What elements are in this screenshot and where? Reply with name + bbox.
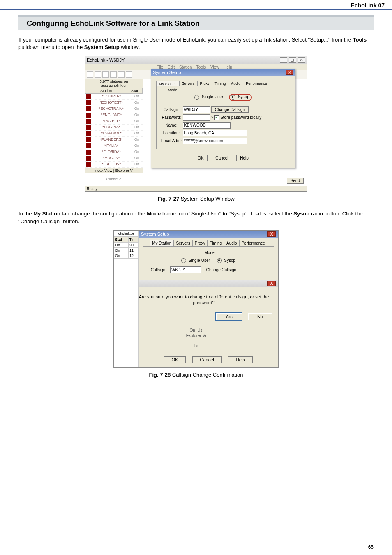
single-user-radio[interactable]: [194, 95, 199, 100]
tab-my-station[interactable]: My Station: [156, 81, 180, 86]
close-button[interactable]: X: [267, 231, 276, 237]
password-reveal[interactable]: ?: [211, 115, 214, 120]
send-button[interactable]: Send: [287, 178, 304, 184]
tab-proxy[interactable]: Proxy: [197, 81, 212, 86]
station-callsign: *ECHIRLP*: [92, 94, 131, 99]
tab-servers[interactable]: Servers: [179, 81, 198, 86]
list-item[interactable]: *ECHOTRAIN*On: [85, 106, 143, 112]
list-item[interactable]: *ENGLAND*On: [85, 112, 143, 118]
p1-a: If your computer is already configured f…: [18, 37, 353, 43]
list-item[interactable]: *ECHIRLP*On: [85, 94, 143, 100]
station-callsign: *ESPANOL*: [92, 131, 131, 136]
station-status: On: [131, 149, 143, 155]
ok-button-2[interactable]: OK: [164, 356, 186, 363]
page-number: 65: [368, 544, 374, 550]
toolbar-icon[interactable]: [87, 71, 93, 78]
tab-audio[interactable]: Audio: [224, 240, 240, 246]
left-cell: 12: [129, 253, 138, 258]
password-input[interactable]: [183, 114, 210, 121]
name-input[interactable]: [183, 122, 231, 129]
mode-label-2: Mode: [203, 250, 216, 255]
station-count: 3,977 stations on asia.echolink.or: [85, 79, 143, 88]
station-callsign: *FREE-DV*: [92, 162, 131, 167]
left-col-stat: Stat: [114, 237, 129, 242]
list-item[interactable]: *ESPANOL*On: [85, 131, 143, 137]
ok-button[interactable]: OK: [194, 155, 207, 161]
list-item[interactable]: *MACON*On: [85, 155, 143, 162]
email-input[interactable]: [183, 138, 247, 144]
list-item[interactable]: *FREE-DV*On: [85, 162, 143, 168]
station-icon: [86, 143, 91, 148]
p1-b: Tools: [353, 37, 367, 43]
col-stat[interactable]: Stat: [127, 88, 143, 93]
status-ready: Ready: [87, 187, 97, 191]
confirm-close-button[interactable]: X: [267, 281, 276, 286]
fig-7-27-text: System Setup Window: [179, 196, 234, 202]
cancel-button-2[interactable]: Cancel: [192, 356, 222, 363]
callsign-input-2[interactable]: [170, 266, 201, 273]
station-callsign: *MACON*: [92, 155, 131, 161]
p1-e: window.: [120, 44, 140, 50]
station-icon: [86, 113, 91, 118]
window-buttons: – ▢ ✕: [279, 57, 305, 63]
tab-my-station[interactable]: My Station: [150, 240, 174, 246]
sysop-radio-2[interactable]: [217, 258, 222, 263]
station-status: On: [131, 100, 143, 106]
lower-us: Us: [197, 328, 202, 333]
help-button-2[interactable]: Help: [228, 356, 253, 363]
tab-timing[interactable]: Timing: [207, 240, 224, 246]
help-button[interactable]: Help: [236, 155, 252, 161]
list-item[interactable]: *IRC-ELT*On: [85, 118, 143, 125]
change-callsign-button[interactable]: Change Callsign: [211, 106, 249, 113]
p2-e: frame from "Single-User" to "Sysop". Tha…: [161, 210, 293, 217]
p2-d: Mode: [147, 210, 161, 217]
station-callsign: *IRC-ELT*: [92, 118, 131, 124]
list-item[interactable]: *ECHOTEST*On: [85, 100, 143, 106]
station-icon: [86, 162, 91, 167]
fig-7-27-caption: Fig. 7-27 System Setup Window: [18, 196, 374, 202]
tab-servers[interactable]: Servers: [173, 240, 192, 246]
list-item[interactable]: *ESPANA*On: [85, 125, 143, 131]
fig-7-28-text: Callsign Change Confirmation: [171, 372, 243, 378]
left-col-ti: Ti: [129, 237, 138, 242]
yes-button[interactable]: Yes: [215, 312, 242, 321]
location-input[interactable]: [183, 130, 247, 136]
cannot-text: Cannot o: [85, 173, 143, 185]
station-callsign: *FLORIDA*: [92, 149, 131, 155]
close-icon[interactable]: ✕: [298, 57, 305, 63]
no-button[interactable]: No: [248, 313, 272, 320]
tab-performance[interactable]: Performance: [243, 81, 270, 86]
station-status: On: [131, 155, 143, 161]
station-status: On: [131, 106, 143, 112]
callsign-input[interactable]: [183, 106, 210, 113]
list-item[interactable]: *FLORIDA*On: [85, 149, 143, 155]
station-tabs[interactable]: Index View | Explorer Vi: [85, 168, 143, 173]
tab-audio[interactable]: Audio: [228, 81, 243, 86]
list-item[interactable]: *ITALIA*On: [85, 143, 143, 149]
list-item[interactable]: *FLANDERS*On: [85, 137, 143, 143]
change-callsign-button-2[interactable]: Change Callsign: [203, 267, 240, 273]
maximize-icon[interactable]: ▢: [289, 57, 296, 63]
section-heading: Configuring EchoLink Software for a Link…: [18, 17, 374, 30]
echolink-main-window: EchoLink - W6DJY – ▢ ✕ File Edit Station…: [85, 56, 307, 192]
cancel-button[interactable]: Cancel: [212, 155, 232, 161]
toolbar-icon[interactable]: [126, 71, 132, 78]
minimize-icon[interactable]: –: [280, 57, 287, 63]
toolbar-icon[interactable]: [110, 71, 117, 78]
toolbar-icon[interactable]: [95, 71, 101, 78]
col-station[interactable]: Station: [85, 88, 127, 93]
station-callsign: *ESPANA*: [92, 125, 131, 130]
tab-timing[interactable]: Timing: [212, 81, 229, 86]
tab-proxy[interactable]: Proxy: [192, 240, 208, 246]
p1-d: System Setup: [84, 44, 120, 50]
lower-on: On: [189, 328, 195, 333]
tab-performance[interactable]: Performance: [239, 240, 267, 246]
toolbar-icon[interactable]: [118, 71, 125, 78]
single-user-radio-2[interactable]: [181, 258, 186, 263]
left-list-fragment: cholink.or Stat Ti On20 On11 On12: [114, 231, 139, 367]
toolbar-icon[interactable]: [102, 71, 109, 78]
sysop-radio[interactable]: [231, 95, 235, 100]
close-button[interactable]: X: [286, 70, 293, 75]
station-status: On: [131, 94, 143, 99]
store-password-checkbox[interactable]: [214, 115, 219, 120]
